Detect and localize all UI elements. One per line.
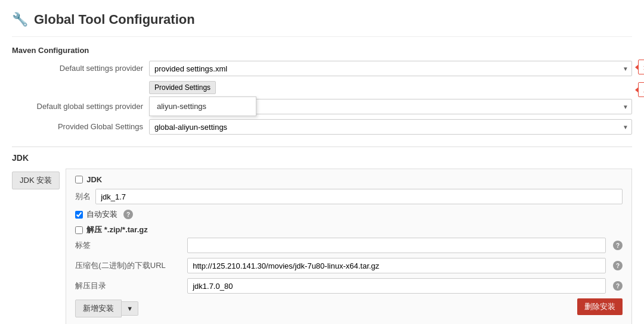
settings-inner-row: Provided Settings aliyun-settings 此配置文件内…: [149, 81, 632, 94]
default-settings-annotation: 这个是选择自己的全局配置文件: [638, 60, 644, 74]
jdk-install-side: JDK 安装: [12, 172, 60, 195]
provided-settings-dropdown: aliyun-settings: [149, 96, 256, 116]
jdk-alias-row: 别名: [75, 189, 623, 204]
jdk-download-label: 压缩包(二进制)的下载URL: [75, 260, 182, 271]
jdk-alias-label: 别名: [75, 191, 91, 202]
provided-settings-spacer: [12, 81, 143, 84]
maven-section: Maven Configuration Default settings pro…: [12, 46, 632, 135]
jdk-extract-title: 解压 *.zip/*.tar.gz: [75, 225, 623, 235]
dropdown-item-aliyun[interactable]: aliyun-settings: [150, 99, 256, 113]
auto-install-help-icon[interactable]: ?: [123, 210, 133, 219]
jdk-block-header: JDK: [75, 175, 623, 184]
jdk-download-row: 压缩包(二进制)的下载URL ?: [75, 258, 623, 273]
provided-global-settings-row: Provided Global Settings global-aliyun-s…: [12, 119, 632, 135]
default-settings-wrap: provided settings.xml ▼ 这个是选择自己的全局配置文件: [149, 61, 632, 76]
provided-settings-wrap: Provided Settings aliyun-settings 此配置文件内…: [149, 81, 632, 94]
jdk-block-title: JDK: [86, 175, 102, 184]
default-global-settings-label: Default global settings provider: [12, 99, 143, 111]
add-install-wrap: 新增安装 ▼: [75, 300, 577, 317]
provided-global-settings-label: Provided Global Settings: [12, 119, 143, 131]
jdk-auto-install-checkbox[interactable]: [75, 211, 83, 219]
jdk-content-row: JDK 安装 JDK 别名 自动安装 ?: [12, 169, 632, 324]
jdk-extract-dir-input[interactable]: [187, 278, 606, 294]
provided-global-settings-select[interactable]: global-aliyun-settings: [149, 119, 632, 135]
jdk-tag-label: 标签: [75, 240, 182, 251]
jdk-section-title: JDK: [12, 147, 632, 163]
add-install-arrow-button[interactable]: ▼: [122, 301, 138, 316]
provided-settings-annotation: 此配置文件内容 是阿里云的镜像: [638, 82, 644, 97]
maven-section-title: Maven Configuration: [12, 46, 632, 55]
default-settings-row: Default settings provider provided setti…: [12, 61, 632, 76]
jdk-alias-input[interactable]: [95, 189, 623, 204]
jdk-block-container: JDK 别名 自动安装 ? 解压 *.zip/*.tar: [66, 169, 632, 324]
jdk-block: JDK 别名 自动安装 ? 解压 *.zip/*.tar: [66, 169, 632, 324]
jdk-auto-install-row: 自动安装 ?: [75, 209, 623, 220]
jdk-download-input[interactable]: [187, 258, 606, 273]
wrench-icon: 🔧: [12, 12, 28, 27]
delete-install-button[interactable]: 删除安装: [577, 298, 623, 315]
tag-help-icon[interactable]: ?: [613, 241, 623, 250]
download-help-icon[interactable]: ?: [613, 261, 623, 270]
add-install-button[interactable]: 新增安装: [75, 300, 122, 317]
jdk-extract-dir-label: 解压目录: [75, 281, 182, 291]
jdk-extract-dir-row: 解压目录 ?: [75, 278, 623, 294]
provided-settings-button[interactable]: Provided Settings: [149, 81, 216, 94]
jdk-header-checkbox[interactable]: [75, 176, 83, 183]
jdk-tag-row: 标签 ?: [75, 238, 623, 253]
jdk-section: JDK JDK 安装 JDK 别名 自动: [12, 147, 632, 324]
jdk-extract-checkbox[interactable]: [75, 226, 83, 234]
page-title: Global Tool Configuration: [34, 12, 195, 27]
provided-settings-row: Provided Settings aliyun-settings 此配置文件内…: [12, 81, 632, 94]
jdk-auto-install-label: 自动安装: [86, 209, 117, 220]
default-settings-select[interactable]: provided settings.xml: [149, 61, 632, 76]
default-settings-label: Default settings provider: [12, 61, 143, 73]
page-header: 🔧 Global Tool Configuration: [12, 6, 632, 37]
jdk-tag-input[interactable]: [187, 238, 606, 253]
jdk-extract-section: 解压 *.zip/*.tar.gz 标签 ? 压缩包(二进制)的下载URL ?: [75, 225, 623, 294]
default-global-settings-row: Default global settings provider provide…: [12, 99, 632, 114]
jdk-extract-label: 解压 *.zip/*.tar.gz: [86, 225, 148, 235]
extract-dir-help-icon[interactable]: ?: [613, 281, 623, 291]
jdk-install-button[interactable]: JDK 安装: [12, 172, 60, 189]
provided-global-settings-wrap: global-aliyun-settings ▼: [149, 119, 632, 135]
